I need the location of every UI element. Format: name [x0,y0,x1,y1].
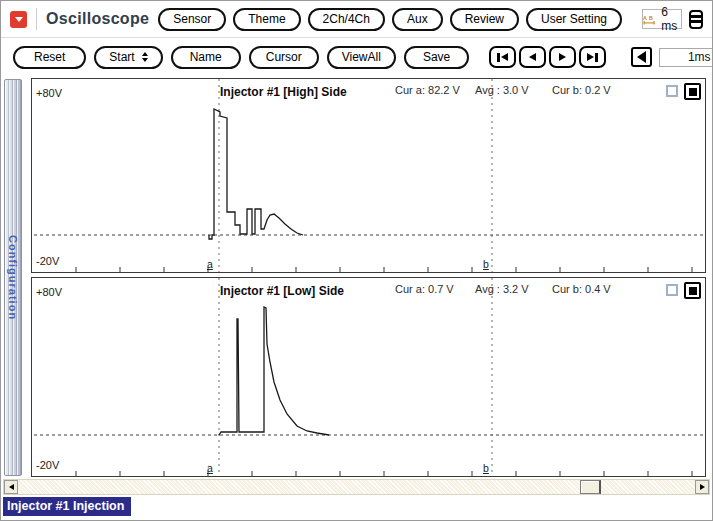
reset-button[interactable]: Reset [13,46,86,69]
start-button-label: Start [109,50,134,64]
cursor-b-label: b [483,258,489,270]
scroll-left-button[interactable] [4,480,18,494]
app-dropdown-icon[interactable] [10,11,27,28]
triangle-left-icon [637,51,646,63]
y-axis-min-label: -20V [36,255,59,267]
signal-name-label: Injector #1 Injection [3,497,131,516]
cursor-a-label: a [207,258,213,270]
cursor-b-label: b [483,462,489,474]
waveform-plot [32,79,705,272]
svg-text:A: A [643,14,647,20]
cursor-a-readout: Cur a: 82.2 V [395,84,460,96]
y-axis-max-label: +80V [36,286,62,298]
triangle-left-icon [529,53,536,61]
ab-time-readout: A B 6 ms [642,9,682,29]
cursor-a-readout: Cur a: 0.7 V [395,283,454,295]
waveform-plot [32,278,705,476]
cursor-b-readout: Cur b: 0.2 V [552,84,611,96]
triangle-right-icon [700,484,705,490]
channel-indicator-button[interactable] [684,83,701,100]
chart-panel-low-side: +80V -20V Injector #1 [Low] Side Cur a: … [31,277,706,477]
ab-time-value: 6 ms [661,5,681,33]
configuration-tab[interactable]: Configuration [4,79,22,476]
user-setting-button[interactable]: User Setting [526,8,622,31]
oscilloscope-window: Oscilloscope Sensor Theme 2Ch/4Ch Aux Re… [0,0,713,521]
avg-readout: Avg : 3.0 V [475,84,529,96]
y-axis-max-label: +80V [36,87,62,99]
start-button[interactable]: Start [94,46,162,69]
theme-button[interactable]: Theme [233,8,300,31]
horizontal-scrollbar[interactable] [3,479,710,495]
bar-icon [595,53,598,62]
toolbar: Reset Start Name Cursor ViewAll Save 1ms [1,38,712,76]
timescale-control: 1ms [631,47,713,67]
timescale-value: 1ms [659,48,713,67]
triangle-left-icon [501,53,508,61]
triangle-right-icon [559,53,566,61]
chart-panel-high-side: +80V -20V Injector #1 [High] Side Cur a:… [31,78,706,273]
cursor-button[interactable]: Cursor [249,46,319,69]
channel-mode-button[interactable]: 2Ch/4Ch [308,8,385,31]
avg-readout: Avg : 3.2 V [475,283,529,295]
configuration-tab-label: Configuration [7,235,19,320]
chart-title: Injector #1 [Low] Side [220,284,344,298]
name-button[interactable]: Name [171,46,241,69]
triangle-left-icon [9,484,14,490]
review-button[interactable]: Review [450,8,519,31]
chart-title: Injector #1 [High] Side [220,85,347,99]
window-menu-icon[interactable] [689,10,703,29]
svg-text:B: B [649,14,653,20]
viewall-button[interactable]: ViewAll [327,46,396,69]
channel-checkbox[interactable] [666,85,678,97]
start-spinner-icon [142,52,148,62]
timescale-decrease-button[interactable] [631,47,652,67]
ab-cursor-icon: A B [643,13,655,26]
step-forward-button[interactable] [549,46,576,68]
hscrollbar-thumb[interactable] [580,480,601,494]
triangle-down-icon [15,17,23,22]
cursor-b-readout: Cur b: 0.4 V [552,283,611,295]
channel-checkbox[interactable] [666,284,678,296]
save-button[interactable]: Save [404,46,469,69]
titlebar-separator [36,8,37,30]
channel-indicator-button[interactable] [684,282,701,299]
titlebar: Oscilloscope Sensor Theme 2Ch/4Ch Aux Re… [1,1,712,38]
cursor-a-label: a [207,462,213,474]
step-back-button[interactable] [519,46,546,68]
aux-button[interactable]: Aux [392,8,443,31]
scroll-right-button[interactable] [695,480,709,494]
skip-to-start-button[interactable] [489,46,516,68]
skip-to-end-button[interactable] [579,46,606,68]
triangle-right-icon [587,53,594,61]
app-title: Oscilloscope [46,10,149,28]
sensor-button[interactable]: Sensor [158,8,226,31]
bar-icon [497,53,500,62]
transport-controls [489,46,606,68]
y-axis-min-label: -20V [36,459,59,471]
